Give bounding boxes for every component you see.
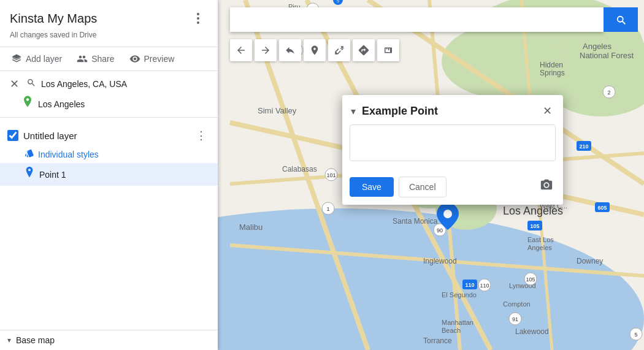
map-toolbar xyxy=(230,39,399,61)
undo-button[interactable] xyxy=(230,39,252,61)
measure-button[interactable] xyxy=(377,39,399,61)
result-name: Los Angeles xyxy=(38,99,85,109)
individual-styles-row[interactable]: Individual styles xyxy=(0,146,218,163)
base-map-label: Base map xyxy=(16,335,55,345)
popup-body xyxy=(342,124,563,171)
result-pin-icon xyxy=(22,96,33,112)
map-search-button[interactable] xyxy=(604,7,638,32)
layer-left: Untitled layer xyxy=(7,130,77,141)
popup-header: ▾ ✕ xyxy=(342,95,563,124)
popup-dialog: ▾ ✕ Save Cancel xyxy=(342,95,563,205)
share-button[interactable]: Share xyxy=(71,50,120,68)
layers-section: Untitled layer ⋮ Individual styles Point… xyxy=(0,118,218,330)
layer-more-button[interactable]: ⋮ xyxy=(192,127,210,143)
draw-line-button[interactable] xyxy=(328,39,350,61)
base-map-section[interactable]: ▾ Base map xyxy=(0,330,218,350)
svg-text:Simi Valley: Simi Valley xyxy=(258,106,297,115)
svg-text:Calabasas: Calabasas xyxy=(282,165,317,173)
search-result: Los Angeles xyxy=(7,92,210,112)
sidebar-header: Kinsta My Maps xyxy=(0,0,218,28)
point1-label: Point 1 xyxy=(39,170,66,180)
svg-text:1: 1 xyxy=(326,206,329,212)
directions-button[interactable] xyxy=(353,39,375,61)
svg-point-82 xyxy=(197,13,199,15)
add-layer-label: Add layer xyxy=(26,54,62,64)
sidebar: Kinsta My Maps All changes saved in Driv… xyxy=(0,0,218,350)
svg-text:Beach: Beach xyxy=(442,327,461,334)
camera-button[interactable] xyxy=(537,176,556,197)
svg-point-83 xyxy=(197,17,199,20)
svg-text:110: 110 xyxy=(480,283,489,289)
popup-close-button[interactable]: ✕ xyxy=(539,102,556,120)
more-options-button[interactable] xyxy=(188,9,208,28)
base-map-collapse-icon: ▾ xyxy=(7,336,11,344)
svg-text:Angeles: Angeles xyxy=(583,42,611,51)
svg-text:Santa Monica: Santa Monica xyxy=(393,217,438,226)
cancel-button[interactable]: Cancel xyxy=(399,177,447,197)
svg-text:105: 105 xyxy=(526,276,535,283)
layer-visibility-checkbox[interactable] xyxy=(7,130,18,141)
layer-header: Untitled layer ⋮ xyxy=(0,123,218,146)
svg-text:90: 90 xyxy=(437,227,443,234)
map-title: Kinsta My Maps xyxy=(10,12,97,26)
svg-text:91: 91 xyxy=(512,316,518,322)
popup-footer: Save Cancel xyxy=(342,171,563,205)
redo-button[interactable] xyxy=(255,39,277,61)
pan-button[interactable] xyxy=(279,39,301,61)
saved-status: All changes saved in Drive xyxy=(0,28,218,47)
svg-text:2: 2 xyxy=(607,89,610,96)
search-icon xyxy=(26,78,36,90)
svg-text:110: 110 xyxy=(465,282,474,288)
search-query: Los Angeles, CA, USA xyxy=(41,79,210,89)
svg-text:Hidden: Hidden xyxy=(540,61,563,69)
svg-text:5: 5 xyxy=(337,0,339,3)
svg-text:101: 101 xyxy=(326,172,335,178)
add-layer-button[interactable]: Add layer xyxy=(5,50,68,68)
svg-text:Angeles: Angeles xyxy=(527,244,552,251)
svg-text:National Forest: National Forest xyxy=(580,51,634,60)
svg-text:Inglewood: Inglewood xyxy=(423,257,457,265)
popup-collapse-button[interactable]: ▾ xyxy=(350,104,357,118)
svg-text:Malibu: Malibu xyxy=(239,223,263,232)
sidebar-toolbar: Add layer Share Preview xyxy=(0,47,218,71)
svg-text:East Los: East Los xyxy=(527,236,554,243)
map-search-bar xyxy=(230,7,638,32)
svg-text:605: 605 xyxy=(597,205,607,211)
svg-point-84 xyxy=(197,21,199,24)
preview-label: Preview xyxy=(144,54,175,64)
preview-button[interactable]: Preview xyxy=(123,50,181,68)
map-search-input[interactable] xyxy=(230,7,604,32)
search-row: ✕ Los Angeles, CA, USA xyxy=(7,76,210,92)
save-button[interactable]: Save xyxy=(350,177,394,197)
svg-text:5: 5 xyxy=(634,332,637,338)
search-section: ✕ Los Angeles, CA, USA Los Angeles xyxy=(0,71,218,118)
layer-name: Untitled layer xyxy=(23,131,77,141)
styles-icon xyxy=(25,148,34,161)
svg-text:Torrance: Torrance xyxy=(423,337,452,345)
popup-description-textarea[interactable] xyxy=(350,124,556,161)
svg-text:El Segundo: El Segundo xyxy=(442,291,477,299)
share-label: Share xyxy=(91,54,114,64)
individual-styles-label: Individual styles xyxy=(38,150,99,159)
svg-text:Manhattan: Manhattan xyxy=(442,319,473,326)
svg-point-78 xyxy=(443,210,452,218)
add-marker-button[interactable] xyxy=(304,39,326,61)
svg-text:Compton: Compton xyxy=(503,300,531,308)
svg-text:Lakewood: Lakewood xyxy=(515,327,549,336)
svg-text:Springs: Springs xyxy=(540,69,565,77)
svg-text:105: 105 xyxy=(530,223,539,229)
popup-title-input[interactable] xyxy=(362,105,534,118)
svg-text:Downey: Downey xyxy=(577,257,603,265)
point-pin-icon xyxy=(25,167,34,182)
svg-text:210: 210 xyxy=(579,143,588,150)
close-search-button[interactable]: ✕ xyxy=(7,76,21,92)
point1-row[interactable]: Point 1 xyxy=(0,163,218,186)
